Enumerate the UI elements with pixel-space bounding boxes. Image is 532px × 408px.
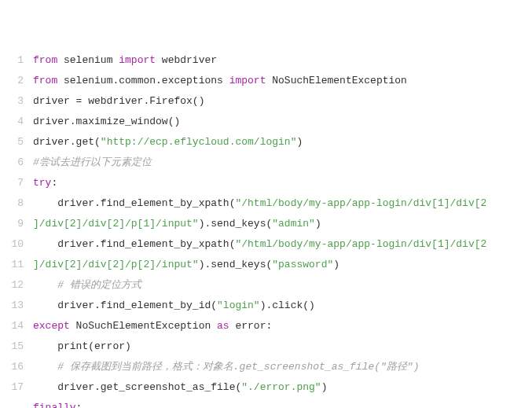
line-number: 13	[0, 296, 33, 316]
code-content: from selenium.common.exceptions import N…	[33, 71, 407, 91]
code-content: driver.get_screenshot_as_file("./error.p…	[33, 377, 327, 398]
line-number: 14	[0, 316, 33, 336]
code-content: ]/div[2]/div[2]/p[1]/input").send_keys("…	[33, 214, 321, 234]
code-content: #尝试去进行以下元素定位	[33, 153, 152, 173]
code-line: 13 driver.find_element_by_id("login").cl…	[0, 296, 532, 316]
code-content: # 保存截图到当前路径，格式：对象名.get_screenshot_as_fil…	[33, 357, 419, 377]
line-number: 15	[0, 336, 33, 357]
line-number: 12	[0, 275, 33, 296]
line-number: 1	[0, 50, 33, 71]
line-number: 5	[0, 132, 33, 153]
code-line: 11]/div[2]/div[2]/p[2]/input").send_keys…	[0, 255, 532, 275]
code-line: 3driver = webdriver.Firefox()	[0, 91, 532, 112]
code-line: 14except NoSuchElementException as error…	[0, 316, 532, 336]
code-content: # 错误的定位方式	[33, 275, 141, 296]
line-number: 2	[0, 71, 33, 91]
line-number: 3	[0, 91, 33, 112]
line-number: 16	[0, 357, 33, 377]
code-content: driver.find_element_by_xpath("/html/body…	[33, 193, 486, 214]
code-content: print(error)	[33, 336, 131, 357]
code-content: driver = webdriver.Firefox()	[33, 91, 204, 112]
code-content: try:	[33, 173, 57, 193]
code-line: 1from selenium import webdriver	[0, 50, 532, 71]
code-content: from selenium import webdriver	[33, 50, 217, 71]
code-content: driver.get("http://ecp.eflycloud.com/log…	[33, 132, 303, 153]
code-content: finally:	[33, 398, 82, 408]
code-content: driver.maximize_window()	[33, 112, 180, 132]
code-line: 9]/div[2]/div[2]/p[1]/input").send_keys(…	[0, 214, 532, 234]
line-number: 7	[0, 173, 33, 193]
code-line: 15 print(error)	[0, 336, 532, 357]
code-content: driver.find_element_by_id("login").click…	[33, 296, 315, 316]
line-number: 6	[0, 153, 33, 173]
code-line: 10 driver.find_element_by_xpath("/html/b…	[0, 234, 532, 255]
code-content: except NoSuchElementException as error:	[33, 316, 272, 336]
code-line: 16 # 保存截图到当前路径，格式：对象名.get_screenshot_as_…	[0, 357, 532, 377]
code-line: finally:	[0, 398, 532, 408]
line-number: 11	[0, 255, 33, 275]
code-line: 8 driver.find_element_by_xpath("/html/bo…	[0, 193, 532, 214]
line-number: 10	[0, 234, 33, 255]
line-number: 9	[0, 214, 33, 234]
code-line: 6#尝试去进行以下元素定位	[0, 153, 532, 173]
code-block: 1from selenium import webdriver2from sel…	[0, 0, 532, 408]
code-line: 17 driver.get_screenshot_as_file("./erro…	[0, 377, 532, 398]
code-line: 4driver.maximize_window()	[0, 112, 532, 132]
code-content: driver.find_element_by_xpath("/html/body…	[33, 234, 486, 255]
line-number: 4	[0, 112, 33, 132]
code-line: 2from selenium.common.exceptions import …	[0, 71, 532, 91]
line-number: 8	[0, 193, 33, 214]
line-number: 17	[0, 377, 33, 398]
code-line: 7try:	[0, 173, 532, 193]
code-line: 12 # 错误的定位方式	[0, 275, 532, 296]
code-content: ]/div[2]/div[2]/p[2]/input").send_keys("…	[33, 255, 339, 275]
code-line: 5driver.get("http://ecp.eflycloud.com/lo…	[0, 132, 532, 153]
